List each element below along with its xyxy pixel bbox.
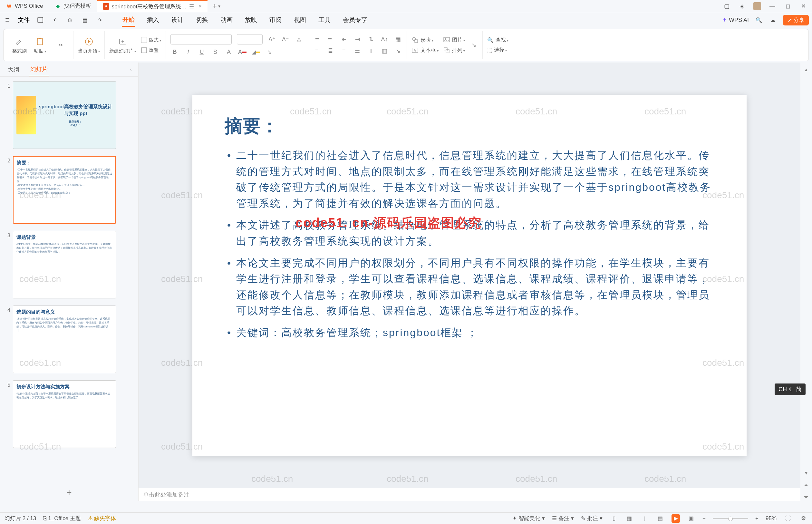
zoom-in-button[interactable]: +	[755, 515, 759, 522]
font-size-select[interactable]	[237, 34, 263, 45]
add-slide-button[interactable]: +	[0, 484, 138, 501]
distribute-icon[interactable]: ⫴	[367, 47, 375, 55]
select-button[interactable]: ⬚ 选择	[487, 47, 507, 53]
status-theme[interactable]: ⎘ 1_Office 主题	[43, 515, 81, 522]
notes-toggle[interactable]: ☰ 备注 ▾	[552, 515, 574, 522]
cloud-icon[interactable]: ☁	[769, 16, 777, 24]
indent-decrease-icon[interactable]: ⇤	[339, 35, 348, 44]
layout-button[interactable]: 版式	[140, 36, 161, 44]
window-maximize-icon[interactable]: ◻	[784, 2, 792, 10]
apps-icon[interactable]: ▢	[723, 2, 731, 10]
picture-button[interactable]: 图片	[443, 36, 465, 44]
cube-icon[interactable]: ◈	[738, 2, 746, 10]
tab-close-icon[interactable]: ×	[198, 3, 202, 10]
share-button[interactable]: ↗ 分享	[783, 15, 809, 26]
new-slide-button[interactable]: 新建幻灯片	[109, 36, 136, 54]
columns-icon[interactable]: ▥	[380, 47, 388, 55]
style-dialog-icon[interactable]: ↘	[469, 41, 478, 49]
view-notes-icon[interactable]: ▤	[656, 514, 664, 523]
redo-icon[interactable]: ↷	[95, 16, 104, 24]
textbox-button[interactable]: A 文本框	[412, 47, 438, 54]
bold-icon[interactable]: B	[170, 48, 179, 56]
clear-format-icon[interactable]: ◬	[295, 35, 303, 44]
zoom-value[interactable]: 95%	[766, 515, 777, 522]
preview-icon[interactable]: ▤	[81, 16, 89, 24]
bullet-list-icon[interactable]: ≔	[313, 35, 321, 44]
menu-member[interactable]: 会员专享	[342, 14, 368, 26]
tab-outline[interactable]: 大纲	[6, 63, 21, 76]
menu-view[interactable]: 视图	[293, 14, 307, 26]
decrease-font-icon[interactable]: A⁻	[281, 35, 290, 44]
menu-tools[interactable]: 工具	[318, 14, 331, 26]
view-slideshow-icon[interactable]: ▶	[672, 514, 680, 523]
next-slide-icon[interactable]: ⏷	[803, 494, 810, 501]
text-direction-icon[interactable]: A↕	[380, 35, 388, 44]
play-from-current-button[interactable]: 当页开始	[78, 36, 100, 54]
font-color-icon[interactable]: A	[238, 48, 247, 56]
tab-active-ppt[interactable]: P springboot高校教务管理系统… ☰ ×	[97, 0, 208, 12]
fit-window-icon[interactable]: ⛶	[784, 514, 792, 523]
highlight-icon[interactable]: ◢	[252, 48, 260, 56]
align-justify-icon[interactable]: ☰	[353, 47, 362, 55]
arrange-button[interactable]: 排列	[443, 47, 465, 54]
increase-font-icon[interactable]: A⁺	[268, 35, 276, 44]
view-normal-icon[interactable]: ▯	[610, 514, 618, 523]
align-right-icon[interactable]: ≡	[339, 47, 348, 55]
view-sorter-icon[interactable]: ▦	[625, 514, 633, 523]
slide-thumb-2[interactable]: 2 摘要： •二十一世纪我们的社会进入了信息时代，信息管理系统的建立，大大提高了…	[2, 155, 136, 225]
slide-thumb-4[interactable]: 4 选题的目的与意义 •本次设计的目标是通过高校教务管理系统，实现对教务信息管理…	[2, 304, 136, 375]
slide-thumb-5[interactable]: 5 初步设计方法与实施方案 •软件体系结构方面：由于本系统需要在不同设备上都能运…	[2, 379, 136, 449]
font-dialog-icon[interactable]: ↘	[265, 48, 274, 56]
window-close-icon[interactable]: ✕	[799, 2, 808, 10]
line-spacing-icon[interactable]: ⇅	[367, 35, 375, 44]
font-family-select[interactable]	[170, 34, 232, 45]
menu-review[interactable]: 审阅	[269, 14, 282, 26]
prev-slide-icon[interactable]: ⏶	[803, 481, 810, 489]
user-avatar[interactable]	[753, 2, 761, 10]
menu-start[interactable]: 开始	[122, 14, 135, 27]
save-icon[interactable]	[36, 16, 45, 24]
strike-icon[interactable]: S	[211, 48, 219, 56]
shape-button[interactable]: 形状	[412, 36, 433, 44]
zoom-slider[interactable]	[713, 518, 748, 519]
zoom-out-button[interactable]: −	[702, 515, 706, 522]
tab-menu-icon[interactable]: ☰	[189, 3, 194, 10]
menu-icon[interactable]: ☰	[3, 16, 12, 24]
menu-slideshow[interactable]: 放映	[244, 14, 258, 26]
scroll-down-icon[interactable]: ▾	[803, 469, 810, 476]
menu-transition[interactable]: 切换	[195, 14, 209, 26]
text-align-box-icon[interactable]: ▦	[394, 35, 402, 44]
ime-indicator[interactable]: CH ☾ 简	[775, 383, 806, 395]
menu-design[interactable]: 设计	[171, 14, 184, 26]
tab-slides[interactable]: 幻灯片	[29, 63, 49, 76]
paste-button[interactable]: 粘贴	[32, 36, 48, 54]
align-left-icon[interactable]: ≡	[313, 47, 321, 55]
slide-canvas[interactable]: 摘要： 二十一世纪我们的社会进入了信息时代，信息管理系统的建立，大大提高了人们信…	[192, 95, 747, 456]
wps-ai-button[interactable]: ✦ WPS AI	[722, 16, 749, 23]
search-icon[interactable]: 🔍	[755, 16, 763, 24]
cut-button[interactable]: ✂	[52, 40, 69, 50]
italic-icon[interactable]: I	[184, 48, 192, 56]
number-list-icon[interactable]: ≕	[326, 35, 334, 44]
tab-template[interactable]: ◆ 找稻壳模板	[49, 0, 97, 12]
find-button[interactable]: 🔍 查找	[487, 37, 509, 44]
smart-beautify-button[interactable]: ✦ 智能美化 ▾	[512, 515, 545, 522]
print-icon[interactable]: ⎙	[66, 16, 74, 24]
view-present-icon[interactable]: ▣	[687, 514, 695, 523]
new-tab-button[interactable]: + ▾	[208, 0, 226, 12]
paragraph-dialog-icon[interactable]: ↘	[394, 47, 402, 55]
undo-icon[interactable]: ↶	[51, 16, 59, 24]
menu-insert[interactable]: 插入	[146, 14, 160, 26]
comments-toggle[interactable]: ✎ 批注 ▾	[581, 515, 602, 522]
scroll-up-icon[interactable]: ▴	[803, 66, 810, 73]
menu-animation[interactable]: 动画	[220, 14, 233, 26]
notes-placeholder[interactable]: 单击此处添加备注	[143, 491, 189, 498]
slide-thumb-3[interactable]: 3 课题背景 •21世纪以来，随着科技的发展与进步，人们的生活也发生着巨大的变化…	[2, 229, 136, 300]
underline-icon[interactable]: U	[198, 48, 206, 56]
status-missing-font[interactable]: ⚠ 缺失字体	[88, 515, 116, 522]
window-minimize-icon[interactable]: —	[768, 2, 777, 10]
collapse-panel-icon[interactable]: ‹	[130, 67, 132, 72]
slide-thumb-1[interactable]: 1 springboot高校教务管理系统设计与实现 ppt 指导老师： 设计人：	[2, 80, 136, 150]
indent-increase-icon[interactable]: ⇥	[353, 35, 362, 44]
font-effect-icon[interactable]: A	[225, 48, 233, 56]
